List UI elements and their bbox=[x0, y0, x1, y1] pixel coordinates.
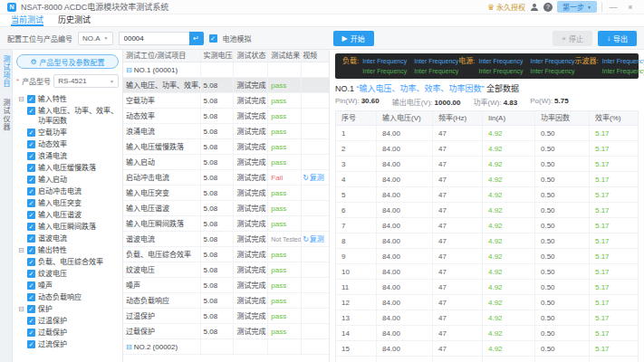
tree-item[interactable]: ✓输入电压谐波 bbox=[16, 209, 119, 221]
help-icon[interactable]: ? bbox=[543, 3, 553, 12]
retest-link[interactable]: ↻复测 bbox=[303, 170, 324, 185]
apply-product-no-button[interactable]: ↵ bbox=[189, 32, 204, 45]
item-checkbox[interactable]: ✓ bbox=[27, 187, 35, 195]
retest-link[interactable]: ↻复测 bbox=[303, 232, 324, 246]
data-cell: 84.00 bbox=[377, 357, 433, 362]
test-item-row[interactable]: 过载保护5.08测试完成pass bbox=[123, 324, 329, 339]
step-dropdown-button[interactable]: 第一步 ▼ bbox=[557, 1, 597, 13]
test-result: Fail bbox=[268, 170, 302, 185]
test-item-row[interactable]: 谐波电流5.08测试完成Not Tested↻复测 bbox=[123, 232, 329, 247]
test-item-row[interactable]: 过温保护5.08测试完成pass bbox=[123, 309, 329, 324]
side-tab-0[interactable]: 测试项目 bbox=[1, 55, 11, 88]
item-checkbox[interactable]: ✓ bbox=[27, 340, 35, 348]
tree-item[interactable]: ✓过流保护 bbox=[16, 338, 119, 350]
tab-current-test[interactable]: 当前测试 bbox=[11, 14, 43, 26]
item-checkbox[interactable]: ✓ bbox=[27, 176, 35, 184]
tree-item[interactable]: ✓负载、电压综合效率 bbox=[16, 256, 119, 268]
data-cell: 84.00 bbox=[377, 157, 433, 171]
tab-history-test[interactable]: 历史测试 bbox=[58, 14, 91, 26]
data-cell: 5.17 bbox=[590, 141, 638, 156]
tree-item[interactable]: ✓纹波电压 bbox=[16, 268, 119, 280]
product-config-button[interactable]: ⚙ 产品型号及参数配置 bbox=[16, 54, 119, 69]
test-item-row[interactable]: 输入电压、功率、效率、功率因数5.08测试完成pass bbox=[123, 78, 329, 93]
tree-item[interactable]: ✓谐波电流 bbox=[16, 233, 119, 244]
minimize-button[interactable]: — bbox=[607, 3, 620, 12]
test-item-row[interactable]: 输入电压缓慢跌落5.08测试完成pass bbox=[123, 139, 329, 155]
collapse-icon[interactable]: ⊟ bbox=[18, 304, 24, 314]
tree-group[interactable]: ⊟✓输出特性 bbox=[16, 244, 119, 256]
data-cell: 47 bbox=[433, 295, 483, 310]
item-checkbox[interactable]: ✓ bbox=[27, 129, 35, 137]
test-item-row[interactable]: 输入电压突变5.08测试完成pass bbox=[123, 186, 329, 201]
tree-item-label: 过温保护 bbox=[38, 316, 119, 326]
test-item-row[interactable]: 输入电压谐波5.08测试完成pass bbox=[123, 201, 329, 216]
test-item-row[interactable]: 动态效率5.08测试完成pass bbox=[123, 109, 329, 124]
tree-item[interactable]: ✓输入电压突变 bbox=[16, 197, 119, 209]
item-checkbox[interactable]: ✓ bbox=[27, 329, 35, 337]
item-checkbox[interactable]: ✓ bbox=[27, 305, 35, 313]
tree-item[interactable]: ✓输入电压缓慢跌落 bbox=[16, 162, 119, 174]
test-item-row[interactable]: 启动冲击电流5.08测试完成Fail↻复测 bbox=[123, 170, 329, 186]
test-item-row[interactable]: 负载、电压综合效率5.08测试完成pass bbox=[123, 247, 329, 262]
station-row[interactable]: ⊟NO.2 (00002) bbox=[123, 339, 329, 355]
tree-group[interactable]: ⊟✓保护 bbox=[16, 303, 119, 315]
start-button[interactable]: ▶ 开始 bbox=[333, 31, 374, 46]
item-checkbox[interactable]: ✓ bbox=[27, 270, 35, 278]
side-tab-1[interactable]: 测试仪器 bbox=[1, 99, 11, 131]
collapse-icon[interactable]: ⊟ bbox=[126, 66, 132, 74]
test-item-row[interactable]: 噪声5.08测试完成pass bbox=[123, 278, 329, 293]
tree-item[interactable]: ✓输入电压瞬间跌落 bbox=[16, 221, 119, 233]
item-checkbox[interactable]: ✓ bbox=[27, 317, 35, 325]
collapse-icon[interactable]: ⊟ bbox=[126, 343, 132, 351]
data-row: 684.00474.920.505.17 bbox=[336, 203, 638, 218]
tree-item[interactable]: ✓输入启动 bbox=[16, 174, 119, 186]
item-checkbox[interactable]: ✓ bbox=[27, 258, 35, 266]
test-item-row[interactable]: 纹波电压5.08测试完成pass bbox=[123, 262, 329, 278]
item-checkbox[interactable]: ✓ bbox=[27, 95, 35, 103]
item-checkbox[interactable]: ✓ bbox=[27, 152, 35, 160]
product-model-select[interactable]: RS-4521 ▼ bbox=[53, 74, 119, 88]
item-checkbox[interactable]: ✓ bbox=[27, 234, 35, 243]
test-item-row[interactable]: 输入启动5.08测试完成pass bbox=[123, 155, 329, 170]
test-item-name: ⊟NO.2 (00002) bbox=[123, 339, 201, 354]
item-checkbox[interactable]: ✓ bbox=[27, 223, 35, 231]
item-checkbox[interactable]: ✓ bbox=[27, 246, 35, 254]
tree-item[interactable]: ✓动态效率 bbox=[16, 138, 119, 150]
test-item-row[interactable]: 浪涌电流5.08测试完成pass bbox=[123, 124, 329, 139]
test-item-name: 纹波电压 bbox=[123, 262, 201, 277]
tree-item[interactable]: ✓过温保护 bbox=[16, 315, 119, 327]
close-button[interactable]: × bbox=[624, 3, 637, 12]
collapse-icon[interactable]: ⊟ bbox=[18, 94, 24, 104]
tree-item[interactable]: ✓噪声 bbox=[16, 280, 119, 291]
tree-item[interactable]: ✓输入电压、功率、效率、功率因数 bbox=[16, 105, 119, 127]
download-icon: ↓ bbox=[607, 34, 610, 43]
tree-item[interactable]: ✓动态负载响应 bbox=[16, 291, 119, 303]
item-checkbox[interactable]: ✓ bbox=[27, 107, 35, 115]
test-item-row[interactable]: 输入电压瞬间跌落5.08测试完成pass bbox=[123, 216, 329, 232]
item-checkbox[interactable]: ✓ bbox=[27, 293, 35, 301]
tree-item-label: 输入启动 bbox=[38, 175, 119, 185]
item-checkbox[interactable]: ✓ bbox=[27, 211, 35, 219]
item-checkbox[interactable]: ✓ bbox=[27, 281, 35, 290]
station-row[interactable]: ⊟NO.1 (00001) bbox=[123, 62, 329, 78]
station-select[interactable]: NO.A ▼ bbox=[78, 32, 113, 45]
stop-button[interactable]: × 停止 bbox=[553, 31, 592, 46]
product-no-input[interactable] bbox=[119, 32, 189, 45]
export-button[interactable]: ↓ 导出 bbox=[598, 31, 637, 46]
tree-item[interactable]: ✓启动冲击电流 bbox=[16, 186, 119, 197]
result-title-item-link[interactable]: “输入电压、功率、效率、功率因数” bbox=[357, 84, 485, 93]
battery-sim-checkbox[interactable]: ✓ bbox=[209, 34, 217, 43]
user-icon[interactable] bbox=[530, 3, 539, 12]
data-cell: 4.92 bbox=[483, 249, 535, 263]
tree-item[interactable]: ✓浪涌电流 bbox=[16, 150, 119, 162]
item-checkbox[interactable]: ✓ bbox=[27, 199, 35, 207]
tree-item[interactable]: ✓空载功率 bbox=[16, 127, 119, 138]
collapse-icon[interactable]: ⊟ bbox=[18, 245, 24, 255]
item-checkbox[interactable]: ✓ bbox=[27, 140, 35, 148]
tree-item[interactable]: ✓过载保护 bbox=[16, 327, 119, 338]
test-status: 测试完成 bbox=[234, 232, 268, 246]
item-checkbox[interactable]: ✓ bbox=[27, 164, 35, 172]
tree-group[interactable]: ⊟✓输入特性 bbox=[16, 93, 119, 105]
test-item-row[interactable]: 空载功率5.08测试完成pass bbox=[123, 93, 329, 109]
test-item-row[interactable]: 动态负载响应5.08测试完成pass bbox=[123, 293, 329, 309]
